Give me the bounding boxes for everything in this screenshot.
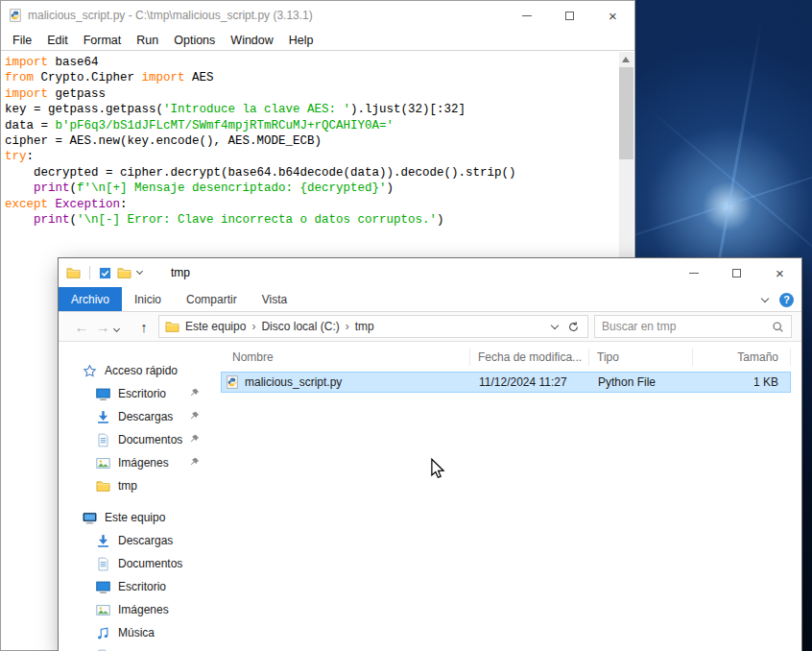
chevron-down-icon [113, 326, 120, 332]
menu-format[interactable]: Format [76, 34, 130, 47]
pictures-icon [96, 603, 110, 617]
music-icon [96, 626, 110, 640]
sidebar-item-label: Acceso rápido [105, 364, 178, 377]
sidebar-item-documentos[interactable]: Documentos [60, 428, 211, 451]
idle-window-controls: × [505, 1, 634, 30]
search-input[interactable] [602, 320, 772, 333]
properties-icon[interactable] [99, 267, 111, 279]
sidebar-item-label: Imágenes [118, 603, 169, 616]
sidebar-item-label: Documentos [118, 557, 182, 570]
column-header-nombre[interactable]: Nombre [211, 349, 470, 366]
pin-icon [189, 434, 200, 447]
ribbon-right-controls: ? [762, 287, 794, 312]
sidebar-item-documentos[interactable]: Documentos [60, 552, 211, 575]
code-line: cipher = AES.new(key.encode(), AES.MODE_… [5, 133, 619, 149]
scroll-up-icon[interactable] [622, 57, 630, 62]
idle-maximize-button[interactable] [548, 1, 591, 30]
recent-locations-button[interactable] [114, 318, 126, 335]
explorer-minimize-button[interactable] [672, 258, 715, 287]
code-line: print('\n[-] Error: Clave incorrecta o d… [5, 212, 619, 228]
idle-minimize-button[interactable] [505, 1, 548, 30]
maximize-icon [565, 12, 574, 20]
downloads-icon [96, 410, 110, 424]
maximize-icon [732, 269, 741, 277]
minimize-icon [689, 273, 699, 274]
ribbon-tab-bar: ArchivoInicioCompartirVista ? [59, 287, 801, 312]
scrollbar-thumb[interactable] [619, 67, 633, 159]
column-header-fecha-de-modifica-[interactable]: Fecha de modifica... [470, 349, 589, 366]
sidebar-item-descargas[interactable]: Descargas [60, 405, 211, 428]
documents-icon [96, 433, 110, 447]
tab-vista[interactable]: Vista [250, 287, 299, 311]
column-header-row: NombreFecha de modifica...TipoTamaño [211, 346, 791, 369]
downloads-icon [96, 534, 110, 548]
desktop-icon [96, 580, 110, 594]
tab-archivo[interactable]: Archivo [59, 287, 122, 311]
sidebar-item-label: Este equipo [105, 511, 165, 524]
back-button[interactable]: ← [72, 320, 91, 334]
sidebar-item-escritorio[interactable]: Escritorio [60, 382, 211, 405]
star-icon [83, 364, 97, 378]
address-bar[interactable]: Este equipo›Disco local (C:)›tmp [158, 315, 588, 338]
breadcrumb-item-tmp[interactable]: tmp [349, 320, 380, 333]
sidebar-item-tmp[interactable]: tmp [60, 474, 211, 497]
computer-icon [83, 511, 97, 525]
sidebar-item-imagenes[interactable]: Imágenes [60, 598, 211, 621]
customize-toolbar-chevron-icon[interactable] [136, 268, 143, 275]
desktop-icon [96, 387, 110, 401]
sidebar-item-label: Escritorio [118, 387, 166, 400]
sidebar-item-label: Documentos [118, 433, 182, 446]
sidebar-item-musica[interactable]: Música [60, 621, 211, 644]
idle-close-button[interactable]: × [591, 1, 634, 30]
file-row[interactable]: malicious_script.py11/12/2024 11:27Pytho… [221, 372, 791, 393]
sidebar-item-label: Descargas [118, 410, 173, 423]
menu-edit[interactable]: Edit [39, 34, 76, 47]
column-header-tipo[interactable]: Tipo [589, 349, 693, 366]
sidebar-item-escritorio[interactable]: Escritorio [60, 575, 211, 598]
new-folder-icon[interactable] [117, 266, 131, 280]
menu-run[interactable]: Run [129, 34, 166, 47]
code-line: except Exception: [5, 197, 619, 212]
menu-options[interactable]: Options [166, 34, 223, 47]
file-size: 1 KB [694, 375, 790, 389]
idle-menubar: FileEditFormatRunOptionsWindowHelp [1, 30, 634, 51]
sidebar-item-label: Imágenes [118, 456, 169, 470]
sidebar-item-imagenes[interactable]: Imágenes [60, 451, 211, 474]
sidebar-item-item[interactable] [60, 644, 211, 651]
file-type: Python File [590, 375, 694, 389]
help-button[interactable]: ? [779, 293, 794, 307]
sidebar-item-este-equipo[interactable]: Este equipo [60, 506, 211, 529]
sidebar-item-label: tmp [118, 479, 137, 493]
expand-ribbon-chevron-icon[interactable] [761, 294, 769, 301]
address-bar-row: ← → ↑ Este equipo›Disco local (C:)›tmp [59, 312, 801, 342]
refresh-icon[interactable] [567, 321, 580, 333]
code-line: try: [5, 149, 619, 164]
explorer-maximize-button[interactable] [715, 258, 758, 287]
wallpaper-light-beam [645, 106, 812, 280]
sidebar-item-descargas[interactable]: Descargas [60, 529, 211, 552]
breadcrumb-item-disco-local-c-[interactable]: Disco local (C:) [255, 320, 345, 333]
menu-help[interactable]: Help [281, 34, 322, 47]
up-button[interactable]: ↑ [133, 320, 155, 334]
explorer-close-button[interactable]: × [758, 258, 801, 287]
menu-window[interactable]: Window [223, 34, 280, 47]
explorer-titlebar[interactable]: tmp × [59, 258, 801, 287]
search-box[interactable] [594, 315, 792, 338]
tab-compartir[interactable]: Compartir [174, 287, 250, 311]
ribbon-tabs: ArchivoInicioCompartirVista [59, 287, 299, 311]
code-line: print(f'\n[+] Mensaje desencriptado: {de… [5, 181, 619, 196]
address-dropdown-chevron-icon[interactable] [551, 321, 559, 328]
code-line: from Crypto.Cipher import AES [5, 70, 619, 85]
column-header-tamano[interactable]: Tamaño [693, 349, 791, 366]
file-list-pane[interactable]: NombreFecha de modifica...TipoTamaño mal… [211, 342, 800, 651]
search-icon[interactable] [772, 321, 784, 333]
sidebar-item-label: Música [118, 626, 155, 639]
breadcrumb-item-este-equipo[interactable]: Este equipo [179, 320, 251, 333]
minimize-icon [522, 15, 532, 16]
idle-titlebar[interactable]: malicious_script.py - C:\tmp\malicious_s… [1, 1, 634, 30]
tab-inicio[interactable]: Inicio [122, 287, 174, 311]
sidebar-item-acceso-rapido[interactable]: Acceso rápido [60, 359, 211, 382]
forward-button[interactable]: → [93, 320, 112, 334]
sidebar-item-label: Descargas [118, 534, 173, 547]
menu-file[interactable]: File [5, 34, 39, 47]
